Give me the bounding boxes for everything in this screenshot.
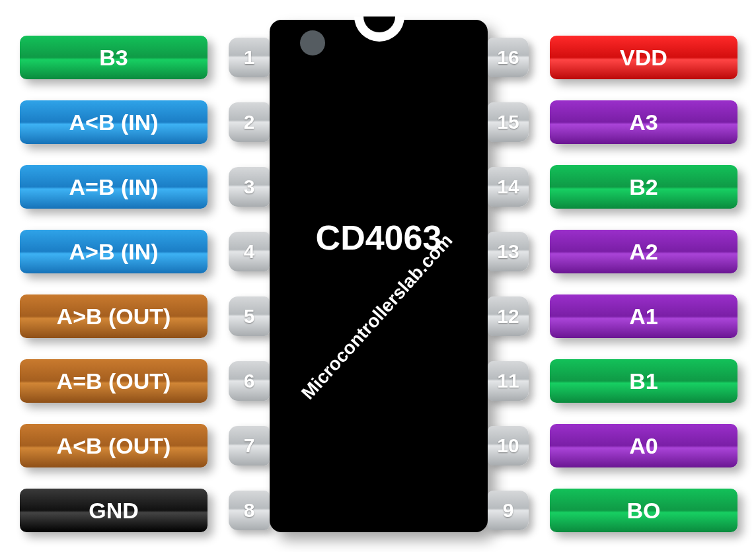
pin-13-lead: 13 — [488, 232, 529, 271]
pin-9-label: BO — [550, 489, 737, 532]
pin-5-lead: 5 — [229, 296, 270, 336]
pin-3-label: A=B (IN) — [20, 165, 208, 209]
chip-pin1-dot — [300, 30, 325, 55]
pin-8-lead: 8 — [229, 491, 270, 530]
pin-16-label: VDD — [550, 36, 737, 79]
pin-11-lead: 11 — [488, 361, 529, 401]
pin-7-label: A<B (OUT) — [20, 424, 208, 467]
pin-4-lead: 4 — [229, 232, 270, 271]
pin-1-lead: 1 — [229, 38, 270, 77]
pin-9-lead: 9 — [488, 491, 529, 530]
pin-2-label: A<B (IN) — [20, 100, 208, 144]
pin-14-label: B2 — [550, 165, 737, 209]
pin-6-lead: 6 — [229, 361, 270, 401]
pin-12-lead: 12 — [488, 296, 529, 336]
chip-body — [270, 20, 488, 532]
pin-4-label: A>B (IN) — [20, 230, 208, 273]
pin-14-lead: 14 — [488, 167, 529, 207]
pin-5-label: A>B (OUT) — [20, 294, 208, 338]
pin-2-lead: 2 — [229, 102, 270, 142]
pin-11-label: B1 — [550, 359, 737, 403]
pin-3-lead: 3 — [229, 167, 270, 207]
pin-1-label: B3 — [20, 36, 208, 79]
pin-8-label: GND — [20, 489, 208, 532]
pin-16-lead: 16 — [488, 38, 529, 77]
chip-name: CD4063 — [270, 218, 488, 258]
pin-6-label: A=B (OUT) — [20, 359, 208, 403]
pin-15-label: A3 — [550, 100, 737, 144]
pin-12-label: A1 — [550, 294, 737, 338]
pin-10-label: A0 — [550, 424, 737, 467]
pin-10-lead: 10 — [488, 426, 529, 466]
pin-15-lead: 15 — [488, 102, 529, 142]
pin-13-label: A2 — [550, 230, 737, 273]
pin-7-lead: 7 — [229, 426, 270, 466]
